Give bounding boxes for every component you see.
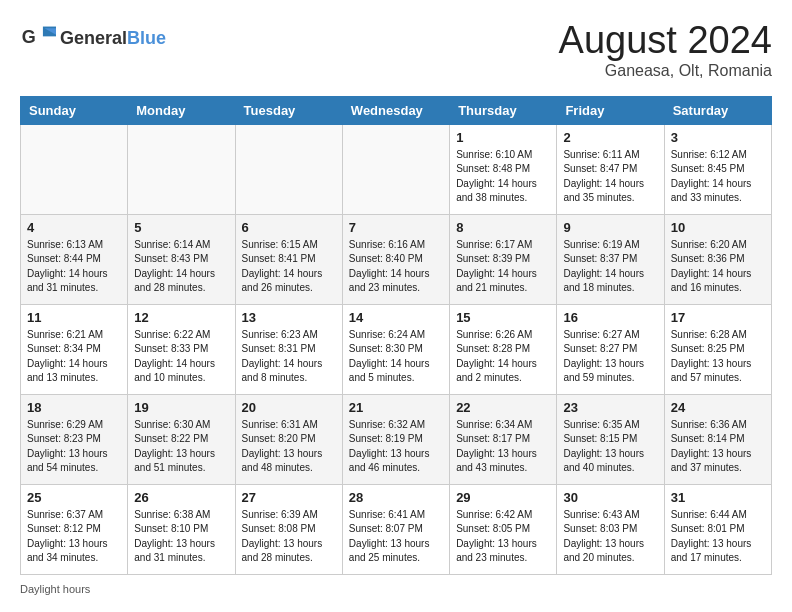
calendar-cell: 30Sunrise: 6:43 AM Sunset: 8:03 PM Dayli… xyxy=(557,484,664,574)
day-number: 1 xyxy=(456,130,550,145)
day-number: 7 xyxy=(349,220,443,235)
day-info: Sunrise: 6:36 AM Sunset: 8:14 PM Dayligh… xyxy=(671,418,765,476)
day-number: 13 xyxy=(242,310,336,325)
day-number: 5 xyxy=(134,220,228,235)
calendar-day-header: Saturday xyxy=(664,96,771,124)
svg-text:G: G xyxy=(22,27,36,47)
day-info: Sunrise: 6:19 AM Sunset: 8:37 PM Dayligh… xyxy=(563,238,657,296)
calendar-cell: 17Sunrise: 6:28 AM Sunset: 8:25 PM Dayli… xyxy=(664,304,771,394)
day-info: Sunrise: 6:16 AM Sunset: 8:40 PM Dayligh… xyxy=(349,238,443,296)
day-number: 18 xyxy=(27,400,121,415)
day-number: 30 xyxy=(563,490,657,505)
calendar-cell: 19Sunrise: 6:30 AM Sunset: 8:22 PM Dayli… xyxy=(128,394,235,484)
day-number: 17 xyxy=(671,310,765,325)
day-info: Sunrise: 6:12 AM Sunset: 8:45 PM Dayligh… xyxy=(671,148,765,206)
day-number: 12 xyxy=(134,310,228,325)
day-info: Sunrise: 6:31 AM Sunset: 8:20 PM Dayligh… xyxy=(242,418,336,476)
calendar-cell: 11Sunrise: 6:21 AM Sunset: 8:34 PM Dayli… xyxy=(21,304,128,394)
day-info: Sunrise: 6:27 AM Sunset: 8:27 PM Dayligh… xyxy=(563,328,657,386)
day-number: 26 xyxy=(134,490,228,505)
calendar-cell: 26Sunrise: 6:38 AM Sunset: 8:10 PM Dayli… xyxy=(128,484,235,574)
day-number: 10 xyxy=(671,220,765,235)
day-info: Sunrise: 6:42 AM Sunset: 8:05 PM Dayligh… xyxy=(456,508,550,566)
calendar-day-header: Tuesday xyxy=(235,96,342,124)
calendar-cell: 6Sunrise: 6:15 AM Sunset: 8:41 PM Daylig… xyxy=(235,214,342,304)
day-number: 22 xyxy=(456,400,550,415)
calendar-cell xyxy=(235,124,342,214)
calendar-cell: 22Sunrise: 6:34 AM Sunset: 8:17 PM Dayli… xyxy=(450,394,557,484)
day-number: 4 xyxy=(27,220,121,235)
calendar-cell: 3Sunrise: 6:12 AM Sunset: 8:45 PM Daylig… xyxy=(664,124,771,214)
calendar-day-header: Wednesday xyxy=(342,96,449,124)
calendar-day-header: Sunday xyxy=(21,96,128,124)
calendar-table: SundayMondayTuesdayWednesdayThursdayFrid… xyxy=(20,96,772,575)
day-info: Sunrise: 6:38 AM Sunset: 8:10 PM Dayligh… xyxy=(134,508,228,566)
location-subtitle: Ganeasa, Olt, Romania xyxy=(559,62,772,80)
calendar-cell: 13Sunrise: 6:23 AM Sunset: 8:31 PM Dayli… xyxy=(235,304,342,394)
page-header: G General Blue August 2024 Ganeasa, Olt,… xyxy=(20,20,772,80)
day-info: Sunrise: 6:22 AM Sunset: 8:33 PM Dayligh… xyxy=(134,328,228,386)
day-info: Sunrise: 6:32 AM Sunset: 8:19 PM Dayligh… xyxy=(349,418,443,476)
day-info: Sunrise: 6:10 AM Sunset: 8:48 PM Dayligh… xyxy=(456,148,550,206)
day-number: 23 xyxy=(563,400,657,415)
calendar-cell: 21Sunrise: 6:32 AM Sunset: 8:19 PM Dayli… xyxy=(342,394,449,484)
day-number: 24 xyxy=(671,400,765,415)
calendar-cell: 27Sunrise: 6:39 AM Sunset: 8:08 PM Dayli… xyxy=(235,484,342,574)
day-number: 6 xyxy=(242,220,336,235)
day-info: Sunrise: 6:14 AM Sunset: 8:43 PM Dayligh… xyxy=(134,238,228,296)
calendar-week-row: 1Sunrise: 6:10 AM Sunset: 8:48 PM Daylig… xyxy=(21,124,772,214)
day-info: Sunrise: 6:41 AM Sunset: 8:07 PM Dayligh… xyxy=(349,508,443,566)
calendar-week-row: 25Sunrise: 6:37 AM Sunset: 8:12 PM Dayli… xyxy=(21,484,772,574)
calendar-cell: 15Sunrise: 6:26 AM Sunset: 8:28 PM Dayli… xyxy=(450,304,557,394)
day-number: 27 xyxy=(242,490,336,505)
day-number: 16 xyxy=(563,310,657,325)
calendar-cell: 31Sunrise: 6:44 AM Sunset: 8:01 PM Dayli… xyxy=(664,484,771,574)
calendar-week-row: 11Sunrise: 6:21 AM Sunset: 8:34 PM Dayli… xyxy=(21,304,772,394)
calendar-cell xyxy=(128,124,235,214)
calendar-cell: 24Sunrise: 6:36 AM Sunset: 8:14 PM Dayli… xyxy=(664,394,771,484)
calendar-cell: 28Sunrise: 6:41 AM Sunset: 8:07 PM Dayli… xyxy=(342,484,449,574)
footer-daylight-note: Daylight hours xyxy=(20,583,772,595)
day-info: Sunrise: 6:26 AM Sunset: 8:28 PM Dayligh… xyxy=(456,328,550,386)
day-number: 3 xyxy=(671,130,765,145)
calendar-cell: 29Sunrise: 6:42 AM Sunset: 8:05 PM Dayli… xyxy=(450,484,557,574)
logo: G General Blue xyxy=(20,20,166,56)
day-number: 28 xyxy=(349,490,443,505)
title-block: August 2024 Ganeasa, Olt, Romania xyxy=(559,20,772,80)
calendar-day-header: Friday xyxy=(557,96,664,124)
calendar-cell: 16Sunrise: 6:27 AM Sunset: 8:27 PM Dayli… xyxy=(557,304,664,394)
logo-text-general: General xyxy=(60,28,127,49)
calendar-cell: 14Sunrise: 6:24 AM Sunset: 8:30 PM Dayli… xyxy=(342,304,449,394)
calendar-header-row: SundayMondayTuesdayWednesdayThursdayFrid… xyxy=(21,96,772,124)
calendar-cell: 23Sunrise: 6:35 AM Sunset: 8:15 PM Dayli… xyxy=(557,394,664,484)
day-number: 25 xyxy=(27,490,121,505)
day-info: Sunrise: 6:44 AM Sunset: 8:01 PM Dayligh… xyxy=(671,508,765,566)
day-info: Sunrise: 6:34 AM Sunset: 8:17 PM Dayligh… xyxy=(456,418,550,476)
calendar-cell: 20Sunrise: 6:31 AM Sunset: 8:20 PM Dayli… xyxy=(235,394,342,484)
day-number: 9 xyxy=(563,220,657,235)
day-info: Sunrise: 6:13 AM Sunset: 8:44 PM Dayligh… xyxy=(27,238,121,296)
calendar-cell: 5Sunrise: 6:14 AM Sunset: 8:43 PM Daylig… xyxy=(128,214,235,304)
calendar-cell xyxy=(342,124,449,214)
day-number: 15 xyxy=(456,310,550,325)
calendar-cell: 8Sunrise: 6:17 AM Sunset: 8:39 PM Daylig… xyxy=(450,214,557,304)
day-number: 21 xyxy=(349,400,443,415)
calendar-cell: 1Sunrise: 6:10 AM Sunset: 8:48 PM Daylig… xyxy=(450,124,557,214)
calendar-cell: 18Sunrise: 6:29 AM Sunset: 8:23 PM Dayli… xyxy=(21,394,128,484)
calendar-day-header: Thursday xyxy=(450,96,557,124)
day-number: 29 xyxy=(456,490,550,505)
day-number: 31 xyxy=(671,490,765,505)
calendar-cell: 10Sunrise: 6:20 AM Sunset: 8:36 PM Dayli… xyxy=(664,214,771,304)
day-info: Sunrise: 6:11 AM Sunset: 8:47 PM Dayligh… xyxy=(563,148,657,206)
calendar-week-row: 4Sunrise: 6:13 AM Sunset: 8:44 PM Daylig… xyxy=(21,214,772,304)
calendar-cell: 7Sunrise: 6:16 AM Sunset: 8:40 PM Daylig… xyxy=(342,214,449,304)
day-number: 8 xyxy=(456,220,550,235)
day-info: Sunrise: 6:37 AM Sunset: 8:12 PM Dayligh… xyxy=(27,508,121,566)
calendar-cell xyxy=(21,124,128,214)
day-info: Sunrise: 6:24 AM Sunset: 8:30 PM Dayligh… xyxy=(349,328,443,386)
calendar-week-row: 18Sunrise: 6:29 AM Sunset: 8:23 PM Dayli… xyxy=(21,394,772,484)
calendar-day-header: Monday xyxy=(128,96,235,124)
day-number: 11 xyxy=(27,310,121,325)
day-info: Sunrise: 6:30 AM Sunset: 8:22 PM Dayligh… xyxy=(134,418,228,476)
day-info: Sunrise: 6:21 AM Sunset: 8:34 PM Dayligh… xyxy=(27,328,121,386)
